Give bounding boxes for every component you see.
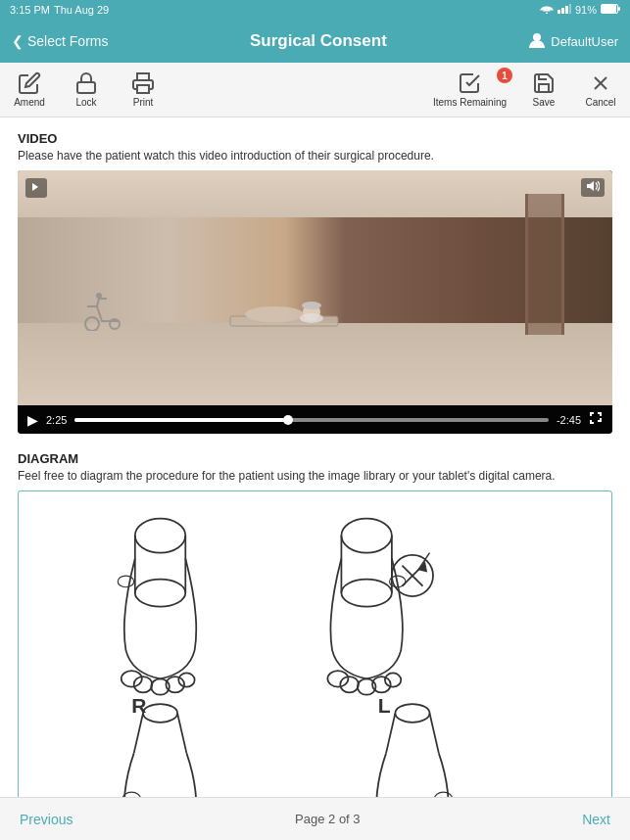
svg-point-20 bbox=[135, 519, 185, 553]
print-button[interactable]: Print bbox=[123, 71, 163, 108]
video-controls: ▶ 2:25 -2:45 bbox=[18, 405, 612, 434]
svg-point-34 bbox=[341, 580, 391, 607]
video-top-left-icon bbox=[25, 178, 47, 198]
amend-button[interactable]: Amend bbox=[10, 71, 49, 108]
svg-point-39 bbox=[385, 673, 401, 686]
svg-point-12 bbox=[85, 317, 99, 331]
save-label: Save bbox=[533, 97, 556, 108]
svg-rect-2 bbox=[565, 6, 568, 14]
battery-level: 91% bbox=[575, 4, 597, 16]
svg-line-58 bbox=[429, 713, 438, 753]
video-player[interactable]: ▶ 2:25 -2:45 bbox=[18, 170, 612, 434]
items-remaining-label: Items Remaining bbox=[433, 97, 507, 108]
svg-point-28 bbox=[178, 673, 194, 686]
svg-rect-8 bbox=[77, 82, 95, 93]
svg-point-16 bbox=[245, 306, 304, 322]
nav-bar: ❮ Select Forms Surgical Consent DefaultU… bbox=[0, 20, 630, 63]
seek-fill bbox=[74, 418, 288, 422]
status-time: 3:15 PM bbox=[10, 4, 50, 16]
page-title: Surgical Consent bbox=[250, 31, 387, 51]
user-icon bbox=[528, 31, 546, 52]
diagram-section-title: DIAGRAM bbox=[18, 451, 612, 466]
fullscreen-button[interactable] bbox=[589, 411, 603, 428]
back-chevron-icon: ❮ bbox=[12, 33, 24, 49]
video-background bbox=[18, 170, 612, 405]
seek-bar[interactable] bbox=[74, 418, 549, 422]
user-info: DefaultUser bbox=[528, 31, 618, 52]
items-count-badge: 1 bbox=[497, 68, 512, 83]
svg-point-25 bbox=[134, 677, 153, 692]
back-button[interactable]: ❮ Select Forms bbox=[12, 33, 108, 49]
user-label: DefaultUser bbox=[551, 34, 618, 49]
svg-point-23 bbox=[135, 580, 185, 607]
svg-point-24 bbox=[121, 671, 142, 686]
diagram-section-desc: Feel free to diagram the procedure for t… bbox=[18, 469, 612, 483]
svg-point-59 bbox=[395, 704, 429, 723]
svg-rect-6 bbox=[602, 5, 616, 13]
video-frame bbox=[18, 170, 612, 405]
bottom-bar: Previous Page 2 of 3 Next bbox=[0, 797, 630, 840]
next-button[interactable]: Next bbox=[582, 812, 610, 827]
status-bar: 3:15 PM Thu Aug 29 91% bbox=[0, 0, 630, 20]
page-info: Page 2 of 3 bbox=[295, 812, 361, 826]
svg-line-48 bbox=[177, 713, 186, 753]
lock-button[interactable]: Lock bbox=[67, 71, 106, 108]
previous-button[interactable]: Previous bbox=[20, 812, 73, 827]
svg-rect-3 bbox=[569, 4, 571, 14]
svg-point-49 bbox=[143, 704, 177, 723]
svg-point-31 bbox=[341, 519, 391, 553]
cancel-label: Cancel bbox=[585, 97, 615, 108]
wifi-icon bbox=[540, 4, 554, 16]
cancel-button[interactable]: Cancel bbox=[581, 71, 620, 108]
svg-point-14 bbox=[96, 293, 102, 299]
diagram-canvas[interactable]: R bbox=[18, 490, 612, 797]
svg-line-47 bbox=[134, 713, 143, 753]
svg-point-36 bbox=[340, 677, 359, 692]
svg-rect-5 bbox=[618, 7, 620, 11]
video-sound-icon[interactable] bbox=[581, 178, 605, 197]
video-section-desc: Please have the patient watch this video… bbox=[18, 149, 612, 163]
svg-point-7 bbox=[533, 33, 541, 41]
battery-icon bbox=[601, 4, 620, 16]
toolbar: Amend Lock Print 1 Items Remaining bbox=[0, 63, 630, 117]
video-section-title: VIDEO bbox=[18, 131, 612, 146]
svg-rect-0 bbox=[557, 10, 560, 14]
svg-point-29 bbox=[118, 576, 133, 587]
end-time: -2:45 bbox=[557, 414, 581, 426]
status-day: Thu Aug 29 bbox=[54, 4, 109, 16]
svg-rect-1 bbox=[561, 8, 564, 14]
current-time: 2:25 bbox=[46, 414, 67, 426]
main-content: VIDEO Please have the patient watch this… bbox=[0, 117, 630, 797]
diagram-section: DIAGRAM Feel free to diagram the procedu… bbox=[18, 451, 612, 797]
items-remaining-button[interactable]: 1 Items Remaining bbox=[433, 71, 507, 108]
seek-thumb bbox=[283, 415, 293, 425]
amend-label: Amend bbox=[14, 97, 45, 108]
play-button[interactable]: ▶ bbox=[27, 412, 38, 428]
signal-icon bbox=[557, 4, 571, 16]
svg-point-35 bbox=[327, 671, 348, 686]
lock-label: Lock bbox=[75, 97, 96, 108]
svg-text:R: R bbox=[131, 694, 146, 717]
save-button[interactable]: Save bbox=[524, 71, 563, 108]
svg-point-18 bbox=[302, 302, 321, 309]
back-label: Select Forms bbox=[27, 33, 108, 49]
svg-text:L: L bbox=[378, 694, 391, 717]
print-label: Print bbox=[133, 97, 154, 108]
svg-rect-9 bbox=[137, 85, 149, 93]
svg-point-19 bbox=[300, 313, 323, 323]
svg-line-57 bbox=[386, 713, 395, 753]
